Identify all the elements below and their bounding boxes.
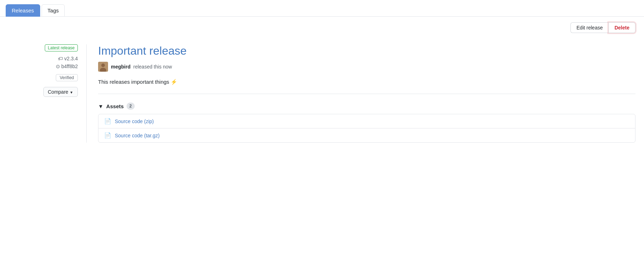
zip-file-icon: 📄 (104, 118, 111, 125)
asset-item-targz: 📄 Source code (tar.gz) (98, 128, 635, 142)
assets-count: 2 (127, 103, 135, 110)
asset-item-zip: 📄 Source code (zip) (98, 114, 635, 128)
svg-point-1 (101, 64, 105, 67)
latest-release-badge: Latest release (45, 44, 78, 51)
edit-release-button[interactable]: Edit release (570, 22, 608, 33)
release-meta: megbird released this now (98, 62, 635, 72)
commit-hash: b4ff8b2 (61, 64, 78, 69)
release-description: This releases important things ⚡ (98, 79, 635, 94)
commit-icon: ⊙ (56, 64, 60, 69)
main-content: Latest release 🏷 v2.3.4 ⊙ b4ff8b2 Verifi… (0, 39, 644, 148)
verified-badge: Verified (56, 74, 78, 81)
tab-bar: Releases Tags (0, 0, 644, 17)
tag-icon: 🏷 (58, 56, 63, 61)
targz-file-icon: 📄 (104, 132, 111, 139)
release-meta-text: megbird released this now (111, 64, 172, 70)
top-actions: Edit release Delete (0, 17, 644, 39)
tag-value: v2.3.4 (64, 56, 78, 61)
avatar (98, 62, 108, 72)
compare-label: Compare (48, 89, 69, 95)
asset-link-targz[interactable]: Source code (tar.gz) (115, 133, 160, 138)
assets-label: Assets (106, 103, 124, 109)
tab-tags[interactable]: Tags (42, 4, 65, 17)
release-author: megbird (111, 64, 130, 70)
release-content: Important release megbird released this … (87, 44, 635, 143)
sidebar: Latest release 🏷 v2.3.4 ⊙ b4ff8b2 Verifi… (9, 44, 87, 143)
sidebar-commit: ⊙ b4ff8b2 (56, 64, 78, 69)
compare-button[interactable]: Compare (43, 87, 78, 97)
tab-releases[interactable]: Releases (6, 4, 40, 17)
release-meta-suffix: released this now (133, 64, 172, 70)
compare-chevron-icon (70, 89, 73, 95)
asset-link-zip[interactable]: Source code (zip) (115, 119, 154, 124)
assets-section: ▼ Assets 2 📄 Source code (zip) 📄 Source … (98, 103, 635, 143)
release-title: Important release (98, 44, 635, 57)
assets-toggle-icon[interactable]: ▼ (98, 103, 103, 109)
delete-button[interactable]: Delete (608, 22, 635, 33)
assets-header: ▼ Assets 2 (98, 103, 635, 110)
sidebar-tag: 🏷 v2.3.4 (58, 56, 78, 61)
assets-list: 📄 Source code (zip) 📄 Source code (tar.g… (98, 114, 635, 143)
